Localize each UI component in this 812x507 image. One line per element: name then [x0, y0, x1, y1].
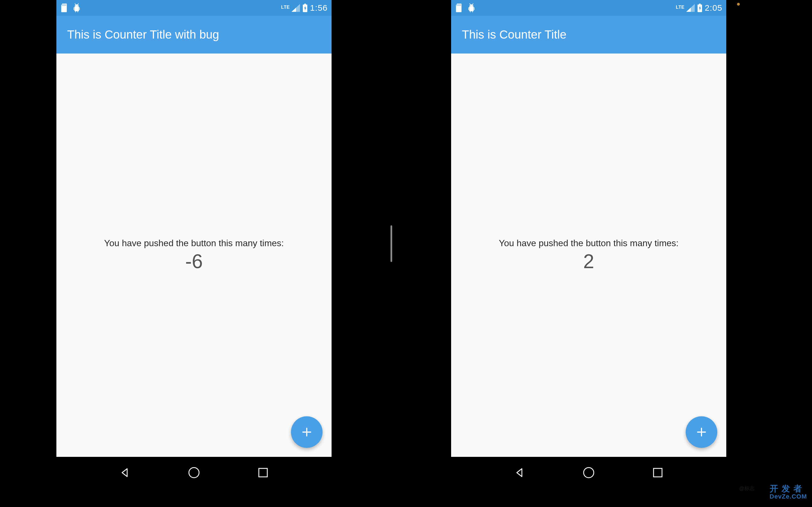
app-bar: This is Counter Title with bug — [56, 16, 332, 54]
status-right-icons: LTE 2:05 — [676, 3, 722, 13]
status-time: 2:05 — [705, 3, 722, 13]
nav-home-button[interactable] — [580, 464, 598, 482]
signal-icon — [292, 4, 300, 12]
sd-card-icon — [455, 3, 462, 12]
signal-icon — [686, 4, 695, 12]
recent-icon — [652, 467, 663, 478]
watermark-gray: @标志 — [739, 485, 755, 492]
fab-increment-button[interactable] — [291, 416, 322, 448]
phone-left: LTE 1:56 This is Counter Title with bug … — [56, 0, 332, 489]
back-icon — [119, 467, 131, 478]
content-area: You have pushed the button this many tim… — [56, 54, 332, 457]
navigation-bar — [451, 457, 726, 489]
lte-label: LTE — [281, 5, 290, 10]
back-icon — [514, 467, 525, 478]
home-icon — [582, 466, 595, 479]
status-time: 1:56 — [310, 3, 327, 13]
fab-increment-button[interactable] — [686, 416, 717, 448]
android-debug-icon — [72, 3, 81, 12]
nav-back-button[interactable] — [511, 464, 529, 482]
svg-rect-9 — [699, 4, 701, 4]
content-area: You have pushed the button this many tim… — [451, 54, 726, 457]
recent-icon — [258, 467, 268, 478]
counter-value: -6 — [185, 250, 203, 273]
comparison-divider — [391, 225, 392, 262]
counter-label: You have pushed the button this many tim… — [499, 238, 678, 248]
status-bar: LTE 1:56 — [56, 0, 332, 16]
svg-point-10 — [583, 467, 594, 478]
plus-icon — [300, 426, 313, 439]
watermark-line1: 开 发 者 — [770, 484, 807, 493]
status-left-icons — [455, 3, 476, 12]
status-bar: LTE 2:05 — [451, 0, 726, 16]
lte-label: LTE — [676, 5, 684, 10]
counter-value: 2 — [583, 250, 594, 273]
svg-point-0 — [75, 6, 76, 6]
svg-rect-3 — [304, 4, 306, 4]
svg-point-7 — [472, 6, 472, 6]
status-right-icons: LTE 1:56 — [281, 3, 327, 13]
app-bar: This is Counter Title — [451, 16, 726, 54]
battery-charging-icon — [302, 4, 308, 12]
sd-card-icon — [60, 3, 68, 12]
watermark: 开 发 者 DevZe.COM — [770, 484, 807, 500]
app-bar-title: This is Counter Title with bug — [67, 28, 219, 41]
phone-right: LTE 2:05 This is Counter Title You have … — [451, 0, 726, 489]
svg-point-6 — [470, 6, 471, 6]
svg-point-4 — [189, 467, 199, 478]
decorative-dot — [737, 3, 740, 6]
battery-charging-icon — [697, 4, 703, 12]
watermark-line2: DevZe.COM — [770, 493, 807, 500]
plus-icon — [695, 426, 708, 439]
nav-recent-button[interactable] — [649, 464, 667, 482]
home-icon — [188, 466, 200, 479]
status-left-icons — [60, 3, 81, 12]
app-bar-title: This is Counter Title — [462, 28, 566, 41]
nav-recent-button[interactable] — [254, 464, 272, 482]
nav-back-button[interactable] — [116, 464, 134, 482]
svg-rect-5 — [259, 468, 267, 477]
nav-home-button[interactable] — [185, 464, 203, 482]
android-debug-icon — [467, 3, 476, 12]
counter-label: You have pushed the button this many tim… — [104, 238, 284, 248]
svg-rect-11 — [654, 468, 662, 477]
svg-point-1 — [77, 6, 78, 6]
navigation-bar — [56, 457, 332, 489]
